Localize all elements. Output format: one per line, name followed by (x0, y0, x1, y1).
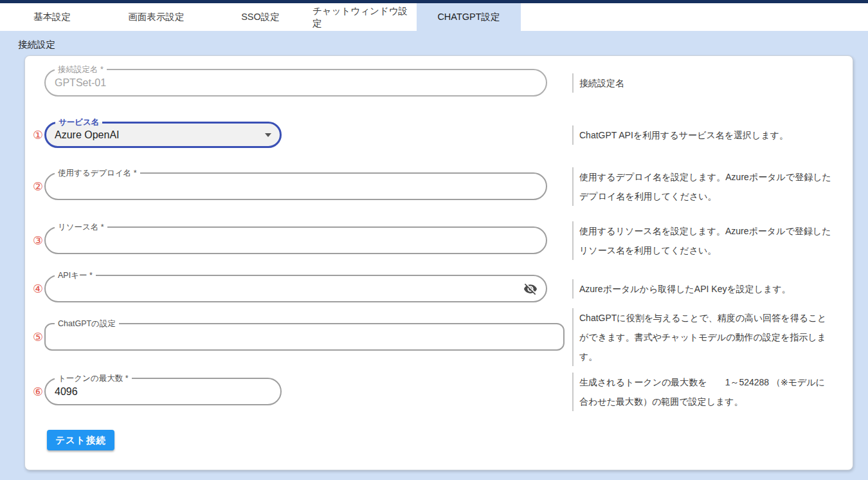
api-key-input[interactable] (44, 275, 547, 302)
connection-name-field: 接続設定名 * GPTSet-01 (44, 69, 547, 97)
service-name-select[interactable]: サービス名 Azure OpenAI (44, 122, 282, 148)
help-text: ChatGPTに役割を与えることで、精度の高い回答を得ることができます。書式やチ… (572, 308, 833, 366)
help-text: Azureポータルから取得したAPI Keyを設定します。 (572, 279, 833, 299)
tab-chat-window-settings[interactable]: チャットウィンドウ設定 (312, 3, 417, 31)
help-text: 生成されるトークンの最大数を 1～524288 （※モデルに合わせた最大数）の範… (572, 373, 833, 411)
field-number-2: ② (30, 173, 46, 200)
resource-name-input[interactable] (44, 227, 547, 254)
connection-name-value: GPTSet-01 (44, 69, 547, 97)
field-number-3: ③ (30, 227, 46, 254)
service-name-value: Azure OpenAI (44, 122, 282, 148)
field-number-4: ④ (30, 275, 46, 302)
help-text: 使用するデプロイ名を設定します。Azureポータルで登録したデプロイ名を利用して… (572, 167, 833, 206)
tab-basic-settings[interactable]: 基本設定 (0, 3, 104, 31)
test-connection-button[interactable]: テスト接続 (47, 430, 114, 450)
tab-sso-settings[interactable]: SSO設定 (208, 3, 312, 31)
tab-display-settings[interactable]: 画面表示設定 (104, 3, 208, 31)
visibility-off-icon (523, 282, 538, 296)
help-text: 使用するリソース名を設定します。Azureポータルで登録したリソース名を利用して… (572, 221, 833, 260)
api-key-field: APIキー * (44, 275, 547, 302)
chatgpt-settings-page: 基本設定 画面表示設定 SSO設定 チャットウィンドウ設定 CHATGPT設定 … (0, 0, 868, 480)
connection-settings-card: 接続設定名 * GPTSet-01 接続設定名 ① サービス名 Azure Op… (24, 55, 853, 470)
chatgpt-config-field: ChatGPTの設定 (44, 324, 565, 351)
deploy-name-field: 使用するデプロイ名 * (44, 173, 547, 200)
help-text: ChatGPT APIを利用するサービス名を選択します。 (572, 125, 833, 145)
deploy-name-input[interactable] (44, 173, 547, 200)
settings-tab-bar: 基本設定 画面表示設定 SSO設定 チャットウィンドウ設定 CHATGPT設定 (0, 3, 868, 31)
max-tokens-help: 生成されるトークンの最大数を 1～524288 （※モデルに合わせた最大数）の範… (572, 378, 842, 405)
help-text: 接続設定名 (572, 73, 833, 93)
connection-name-help: 接続設定名 (572, 69, 842, 97)
field-number-1: ① (30, 122, 46, 148)
max-tokens-input[interactable] (44, 378, 282, 405)
chatgpt-config-input[interactable] (44, 324, 565, 351)
chatgpt-config-help: ChatGPTに役割を与えることで、精度の高い回答を得ることができます。書式やチ… (572, 324, 842, 351)
section-title-connection-settings: 接続設定 (18, 39, 55, 51)
max-tokens-field: トークンの最大数 * (44, 378, 282, 405)
toggle-password-visibility-button[interactable] (523, 281, 538, 297)
service-name-help: ChatGPT APIを利用するサービス名を選択します。 (572, 122, 842, 148)
deploy-name-help: 使用するデプロイ名を設定します。Azureポータルで登録したデプロイ名を利用して… (572, 173, 842, 200)
chevron-down-icon (265, 133, 271, 137)
field-number-5: ⑤ (30, 324, 46, 351)
resource-name-field: リソース名 * (44, 227, 547, 254)
api-key-help: Azureポータルから取得したAPI Keyを設定します。 (572, 275, 842, 302)
resource-name-help: 使用するリソース名を設定します。Azureポータルで登録したリソース名を利用して… (572, 227, 842, 254)
field-number-6: ⑥ (30, 378, 46, 405)
tab-chatgpt-settings[interactable]: CHATGPT設定 (417, 3, 521, 31)
